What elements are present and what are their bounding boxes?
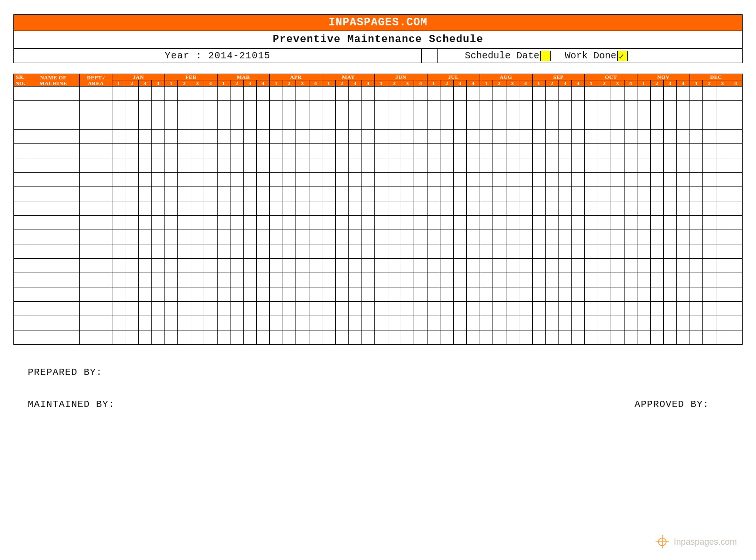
- grid-cell[interactable]: [545, 316, 558, 330]
- grid-cell[interactable]: [152, 244, 164, 259]
- grid-cell[interactable]: [256, 144, 269, 158]
- grid-cell[interactable]: [243, 130, 256, 144]
- grid-cell[interactable]: [217, 158, 230, 173]
- grid-cell[interactable]: [125, 201, 138, 216]
- grid-cell[interactable]: [80, 287, 112, 302]
- grid-cell[interactable]: [178, 87, 191, 101]
- grid-cell[interactable]: [729, 187, 743, 201]
- grid-cell[interactable]: [440, 130, 453, 144]
- grid-cell[interactable]: [204, 173, 217, 187]
- grid-cell[interactable]: [256, 101, 269, 115]
- grid-cell[interactable]: [362, 173, 374, 187]
- grid-cell[interactable]: [388, 115, 401, 130]
- grid-cell[interactable]: [362, 187, 374, 201]
- grid-cell[interactable]: [716, 87, 729, 101]
- grid-cell[interactable]: [637, 87, 650, 101]
- grid-cell[interactable]: [230, 230, 243, 244]
- grid-cell[interactable]: [322, 216, 335, 230]
- grid-cell[interactable]: [480, 87, 493, 101]
- grid-cell[interactable]: [283, 87, 296, 101]
- grid-cell[interactable]: [375, 230, 388, 244]
- grid-cell[interactable]: [650, 316, 663, 330]
- grid-cell[interactable]: [664, 173, 677, 187]
- grid-cell[interactable]: [624, 302, 637, 316]
- grid-cell[interactable]: [611, 115, 624, 130]
- grid-cell[interactable]: [14, 230, 27, 244]
- grid-cell[interactable]: [283, 173, 296, 187]
- grid-cell[interactable]: [401, 302, 414, 316]
- grid-cell[interactable]: [335, 201, 348, 216]
- grid-cell[interactable]: [217, 244, 230, 259]
- grid-cell[interactable]: [624, 259, 637, 273]
- grid-cell[interactable]: [27, 115, 80, 130]
- grid-cell[interactable]: [532, 316, 545, 330]
- grid-cell[interactable]: [611, 330, 624, 345]
- grid-cell[interactable]: [362, 144, 374, 158]
- grid-cell[interactable]: [243, 244, 256, 259]
- grid-cell[interactable]: [349, 287, 362, 302]
- grid-cell[interactable]: [611, 173, 624, 187]
- grid-cell[interactable]: [164, 173, 177, 187]
- grid-cell[interactable]: [362, 158, 374, 173]
- grid-cell[interactable]: [217, 173, 230, 187]
- grid-cell[interactable]: [335, 244, 348, 259]
- grid-cell[interactable]: [611, 302, 624, 316]
- grid-cell[interactable]: [585, 230, 598, 244]
- grid-cell[interactable]: [519, 201, 532, 216]
- grid-cell[interactable]: [493, 158, 506, 173]
- grid-cell[interactable]: [204, 130, 217, 144]
- grid-cell[interactable]: [598, 273, 611, 287]
- grid-cell[interactable]: [414, 87, 427, 101]
- grid-cell[interactable]: [611, 187, 624, 201]
- grid-cell[interactable]: [677, 158, 690, 173]
- grid-cell[interactable]: [362, 316, 374, 330]
- grid-cell[interactable]: [414, 230, 427, 244]
- grid-cell[interactable]: [230, 158, 243, 173]
- grid-cell[interactable]: [519, 115, 532, 130]
- grid-cell[interactable]: [440, 244, 453, 259]
- grid-cell[interactable]: [191, 115, 204, 130]
- grid-cell[interactable]: [414, 316, 427, 330]
- grid-cell[interactable]: [532, 130, 545, 144]
- grid-cell[interactable]: [296, 115, 309, 130]
- grid-cell[interactable]: [559, 302, 571, 316]
- grid-cell[interactable]: [729, 87, 743, 101]
- grid-cell[interactable]: [427, 158, 440, 173]
- grid-cell[interactable]: [532, 187, 545, 201]
- grid-cell[interactable]: [138, 244, 151, 259]
- grid-cell[interactable]: [283, 187, 296, 201]
- grid-cell[interactable]: [598, 216, 611, 230]
- grid-cell[interactable]: [125, 144, 138, 158]
- grid-cell[interactable]: [191, 330, 204, 345]
- grid-cell[interactable]: [559, 87, 571, 101]
- grid-cell[interactable]: [624, 216, 637, 230]
- grid-cell[interactable]: [256, 158, 269, 173]
- grid-cell[interactable]: [14, 115, 27, 130]
- grid-cell[interactable]: [362, 302, 374, 316]
- grid-cell[interactable]: [335, 302, 348, 316]
- grid-cell[interactable]: [467, 244, 480, 259]
- grid-cell[interactable]: [243, 101, 256, 115]
- grid-cell[interactable]: [611, 101, 624, 115]
- grid-cell[interactable]: [362, 130, 374, 144]
- grid-cell[interactable]: [375, 244, 388, 259]
- grid-cell[interactable]: [624, 316, 637, 330]
- grid-cell[interactable]: [519, 101, 532, 115]
- grid-cell[interactable]: [571, 115, 584, 130]
- grid-cell[interactable]: [690, 273, 702, 287]
- grid-cell[interactable]: [14, 87, 27, 101]
- grid-cell[interactable]: [283, 216, 296, 230]
- grid-cell[interactable]: [664, 259, 677, 273]
- grid-cell[interactable]: [375, 101, 388, 115]
- grid-cell[interactable]: [532, 158, 545, 173]
- grid-cell[interactable]: [519, 187, 532, 201]
- grid-cell[interactable]: [217, 115, 230, 130]
- grid-cell[interactable]: [559, 144, 571, 158]
- grid-cell[interactable]: [467, 158, 480, 173]
- grid-cell[interactable]: [401, 273, 414, 287]
- grid-cell[interactable]: [650, 302, 663, 316]
- grid-cell[interactable]: [677, 244, 690, 259]
- grid-cell[interactable]: [611, 244, 624, 259]
- grid-cell[interactable]: [664, 187, 677, 201]
- grid-cell[interactable]: [138, 115, 151, 130]
